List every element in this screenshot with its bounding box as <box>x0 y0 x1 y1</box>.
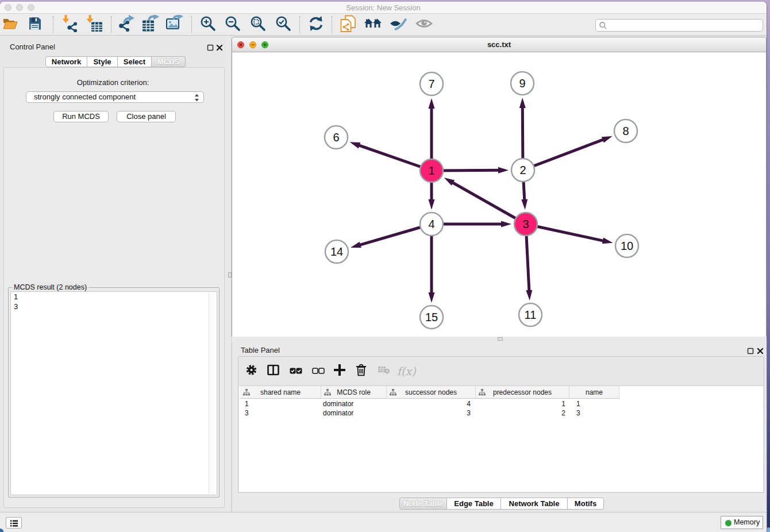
memory-button[interactable]: Memory <box>721 516 763 529</box>
node-7[interactable]: 7 <box>420 72 443 95</box>
node-2[interactable]: 2 <box>511 159 534 182</box>
node-14[interactable]: 14 <box>325 240 348 263</box>
edge-3-1[interactable] <box>452 182 526 224</box>
window-titlebar: Session: New Session <box>0 2 767 14</box>
open-session-icon[interactable] <box>3 17 18 32</box>
add-column-icon[interactable] <box>334 364 345 378</box>
zoom-in-icon[interactable] <box>200 16 216 34</box>
node-4[interactable]: 4 <box>420 213 443 236</box>
search-input[interactable] <box>609 20 759 30</box>
edge-arrow <box>429 199 435 210</box>
control-panel-title: Control Panel <box>10 43 55 51</box>
zoom-fit-icon[interactable] <box>250 16 266 34</box>
dropdown-chevrons-icon <box>194 94 199 105</box>
save-session-icon[interactable] <box>28 17 41 32</box>
export-network-icon[interactable] <box>118 15 137 34</box>
import-network-icon[interactable] <box>62 15 79 34</box>
column-header-MCDS-role[interactable]: MCDS role <box>321 386 387 399</box>
svg-text:1: 1 <box>428 164 434 177</box>
task-history-button[interactable] <box>6 517 22 529</box>
edge-arrow <box>501 221 511 228</box>
close-table-panel-icon[interactable] <box>757 346 765 354</box>
deselect-all-icon[interactable] <box>312 366 325 376</box>
table-cell: dominator <box>321 408 387 418</box>
svg-text:3: 3 <box>522 218 529 230</box>
run-mcds-button[interactable]: Run MCDS <box>53 111 109 122</box>
table-cell: 1 <box>476 399 569 408</box>
close-panel-button[interactable]: Close panel <box>117 111 176 122</box>
column-header-shared-name[interactable]: shared name <box>240 386 321 399</box>
edge-arrow <box>351 242 361 248</box>
table-cell: 2 <box>476 408 569 418</box>
toolbar-separator <box>191 16 192 33</box>
toolbar-separator <box>53 16 53 33</box>
node-15[interactable]: 15 <box>420 306 443 329</box>
mcds-result-item[interactable]: 3 <box>11 302 217 311</box>
float-panel-icon[interactable] <box>207 43 215 51</box>
tab-network[interactable]: Network <box>45 56 87 67</box>
column-header-successor-nodes[interactable]: successor nodes <box>387 386 476 399</box>
column-settings-icon[interactable] <box>246 365 257 378</box>
clone-network-icon[interactable] <box>340 15 356 34</box>
select-all-icon[interactable] <box>290 366 302 376</box>
zoom-out-icon[interactable] <box>225 16 241 34</box>
edge-arrow <box>350 142 361 148</box>
close-panel-icon[interactable] <box>216 43 224 51</box>
network-window-titlebar: scc.txt <box>232 37 766 52</box>
app-window: Session: New Session <box>0 2 767 532</box>
table-panel-title: Table Panel <box>241 346 280 354</box>
node-9[interactable]: 9 <box>511 72 534 95</box>
edge-arrow <box>602 136 613 143</box>
import-table-icon[interactable] <box>86 15 103 34</box>
svg-text:8: 8 <box>622 125 629 137</box>
apply-layout-icon[interactable] <box>308 16 324 33</box>
svg-text:15: 15 <box>425 311 438 323</box>
tab-network-table[interactable]: Network Table <box>501 498 568 510</box>
edge-arrow <box>521 199 528 210</box>
main-toolbar <box>0 14 767 36</box>
delete-table-icon[interactable] <box>378 366 390 376</box>
svg-text:11: 11 <box>525 309 537 321</box>
export-table-icon[interactable] <box>142 15 160 34</box>
node-10[interactable]: 10 <box>615 234 638 257</box>
edge-2-8[interactable] <box>523 140 604 170</box>
split-view-icon[interactable] <box>267 365 279 378</box>
tab-node-table[interactable]: Node Table <box>399 498 447 510</box>
mcds-result-item[interactable]: 1 <box>11 292 217 302</box>
node-1[interactable]: 1 <box>420 159 443 182</box>
delete-column-icon[interactable] <box>356 364 367 379</box>
zoom-selected-icon[interactable] <box>275 16 291 34</box>
column-header-name[interactable]: name <box>569 386 619 399</box>
node-11[interactable]: 11 <box>519 303 542 326</box>
tab-motifs[interactable]: Motifs <box>568 498 604 510</box>
network-canvas[interactable]: 7968124314101511 <box>232 52 766 337</box>
horizontal-splitter-handle[interactable] <box>498 337 503 341</box>
tab-style[interactable]: Style <box>87 56 118 67</box>
export-image-icon[interactable] <box>166 15 184 34</box>
svg-text:9: 9 <box>519 77 525 90</box>
result-scrollbar[interactable] <box>209 292 216 494</box>
node-3[interactable]: 3 <box>514 213 537 236</box>
search-icon <box>599 22 607 29</box>
node-6[interactable]: 6 <box>325 126 348 149</box>
tab-select[interactable]: Select <box>118 56 152 67</box>
tab-edge-table[interactable]: Edge Table <box>447 498 501 510</box>
edge-arrow <box>526 290 532 300</box>
table-toolbar: f(x) <box>238 357 764 385</box>
criterion-dropdown[interactable]: strongly connected component <box>26 91 204 103</box>
table-panel: Table Panel <box>232 342 767 512</box>
node-table-container: f(x) shared nameMCDS rolesuccessor nodes… <box>238 356 764 493</box>
node-8[interactable]: 8 <box>614 119 637 142</box>
function-builder-icon[interactable]: f(x) <box>397 365 416 377</box>
hide-details-icon[interactable] <box>390 17 407 33</box>
float-table-panel-icon[interactable] <box>747 346 755 354</box>
node-table: shared nameMCDS rolesuccessor nodesprede… <box>239 385 763 492</box>
show-details-icon[interactable] <box>415 17 433 32</box>
svg-text:2: 2 <box>519 164 526 176</box>
first-neighbors-icon[interactable] <box>364 17 382 33</box>
column-header-predecessor-nodes[interactable]: predecessor nodes <box>476 386 569 399</box>
list-icon <box>10 520 18 527</box>
network-window-title: scc.txt <box>232 37 766 52</box>
edge-arrow <box>519 98 526 108</box>
tab-mcds[interactable]: MCDS <box>152 56 186 67</box>
